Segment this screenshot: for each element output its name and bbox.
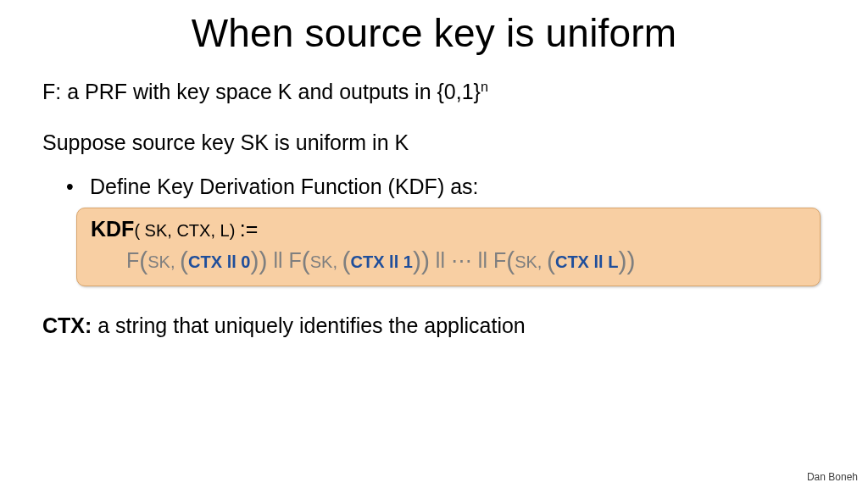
ctx-definition: CTX: a string that uniquely identifies t… xyxy=(42,312,826,341)
kdf-args: ( SK, CTX, L) xyxy=(134,221,239,240)
slide-title: When source key is uniform xyxy=(42,10,826,56)
ctx-desc: a string that uniquely identifies the ap… xyxy=(92,313,525,337)
assign-op: := xyxy=(240,217,259,241)
formula-body: F(SK, (CTX ll 0)) ll F(SK, (CTX ll 1)) l… xyxy=(91,245,806,274)
line-suppose: Suppose source key SK is uniform in K xyxy=(42,129,826,158)
spacer xyxy=(42,163,826,175)
close-paren: ) xyxy=(250,247,259,274)
open-paren: ( xyxy=(547,247,555,274)
concat-op: ll xyxy=(430,248,451,272)
ctx-1: CTX ll 1 xyxy=(351,252,413,271)
f-label: F xyxy=(493,248,506,272)
close-paren: ) xyxy=(618,247,626,274)
open-paren: ( xyxy=(342,247,351,274)
f-label: F xyxy=(288,248,301,272)
ctx-l: CTX ll L xyxy=(555,252,618,271)
line-f-sup: n xyxy=(481,79,488,94)
spacer xyxy=(42,112,826,129)
sk-arg: SK, xyxy=(147,252,180,271)
close-paren: ) xyxy=(413,247,421,274)
formula-box: KDF( SK, CTX, L) := F(SK, (CTX ll 0)) ll… xyxy=(76,208,821,286)
line-f-text: F: a PRF with key space K and outputs in… xyxy=(42,80,481,103)
close-paren: ) xyxy=(259,247,267,274)
open-paren: ( xyxy=(302,247,310,274)
kdf-label: KDF xyxy=(91,217,134,241)
close-paren: ) xyxy=(626,247,635,274)
dots: ⋯ xyxy=(451,248,472,272)
open-paren: ( xyxy=(139,247,147,274)
author-credit: Dan Boneh xyxy=(807,471,858,483)
spacer xyxy=(42,286,826,312)
ctx-label: CTX: xyxy=(42,313,92,337)
definition-f: F: a PRF with key space K and outputs in… xyxy=(42,78,826,107)
f-label: F xyxy=(126,248,139,272)
open-paren: ( xyxy=(506,247,515,274)
concat-op: ll xyxy=(267,248,288,272)
close-paren: ) xyxy=(421,247,430,274)
concat-op: ll xyxy=(472,248,493,272)
sk-arg: SK, xyxy=(515,252,547,271)
slide: When source key is uniform F: a PRF with… xyxy=(0,0,868,488)
bullet-define: Define Key Derivation Function (KDF) as: xyxy=(42,175,826,199)
ctx-0: CTX ll 0 xyxy=(188,252,250,271)
formula-header: KDF( SK, CTX, L) := xyxy=(91,217,806,241)
sk-arg: SK, xyxy=(310,252,342,271)
open-paren: ( xyxy=(180,247,188,274)
